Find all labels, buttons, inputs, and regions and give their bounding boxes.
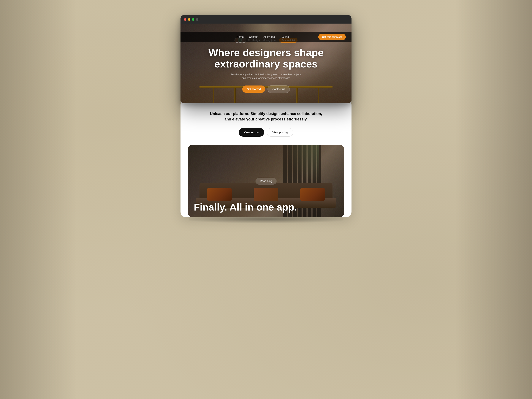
wall-shadow-right — [456, 0, 532, 399]
get-started-button[interactable]: Get started — [242, 86, 266, 93]
cushion-right — [300, 188, 325, 201]
cushion-left — [207, 188, 232, 201]
nav-center: Home Contact All Pages ▾ Guide ▾ — [209, 35, 318, 38]
nav-links: Home Contact All Pages ▾ Guide ▾ — [237, 35, 291, 38]
browser-dots — [184, 18, 198, 21]
get-template-button[interactable]: Get this template — [318, 34, 346, 40]
dot-green[interactable] — [192, 18, 194, 21]
nav-contact[interactable]: Contact — [249, 35, 258, 38]
nav-home[interactable]: Home — [237, 35, 244, 38]
dot-yellow[interactable] — [188, 18, 190, 21]
platform-buttons: Contact us View pricing — [188, 128, 344, 137]
platform-tagline: Unleash our platform: Simplify design, e… — [207, 111, 325, 122]
hero-title: Where designers shape extraordinary spac… — [209, 47, 323, 70]
dot-inactive — [196, 18, 198, 21]
hero-section: Home Contact All Pages ▾ Guide ▾ Get thi… — [180, 24, 352, 103]
contact-us-button[interactable]: Contact us — [239, 128, 264, 137]
read-blog-button[interactable]: Read blog — [256, 178, 276, 184]
white-card: Unleash our platform: Simplify design, e… — [180, 100, 352, 217]
guide-chevron: ▾ — [290, 36, 291, 38]
hero-buttons: Get started Contact us — [242, 85, 290, 93]
nav-all-pages[interactable]: All Pages ▾ — [264, 35, 276, 38]
contact-us-hero-button[interactable]: Contact us — [267, 85, 290, 93]
dot-red[interactable] — [184, 18, 186, 21]
interior-title: Finally. All in one app. — [194, 202, 338, 213]
wall-shadow-left — [0, 0, 76, 399]
nav-guide[interactable]: Guide ▾ — [282, 35, 291, 38]
view-pricing-button[interactable]: View pricing — [267, 128, 293, 137]
cushion-center — [254, 188, 278, 201]
interior-image-section: Read blog Finally. All in one app. — [188, 145, 344, 217]
browser-mockup: Home Contact All Pages ▾ Guide ▾ Get thi… — [180, 15, 352, 103]
page-container: Home Contact All Pages ▾ Guide ▾ Get thi… — [180, 15, 352, 217]
hero-subtitle: An all-in-one platform for interior desi… — [230, 73, 302, 80]
all-pages-chevron: ▾ — [276, 36, 276, 38]
browser-nav: Home Contact All Pages ▾ Guide ▾ Get thi… — [180, 32, 352, 42]
browser-titlebar — [180, 15, 352, 24]
